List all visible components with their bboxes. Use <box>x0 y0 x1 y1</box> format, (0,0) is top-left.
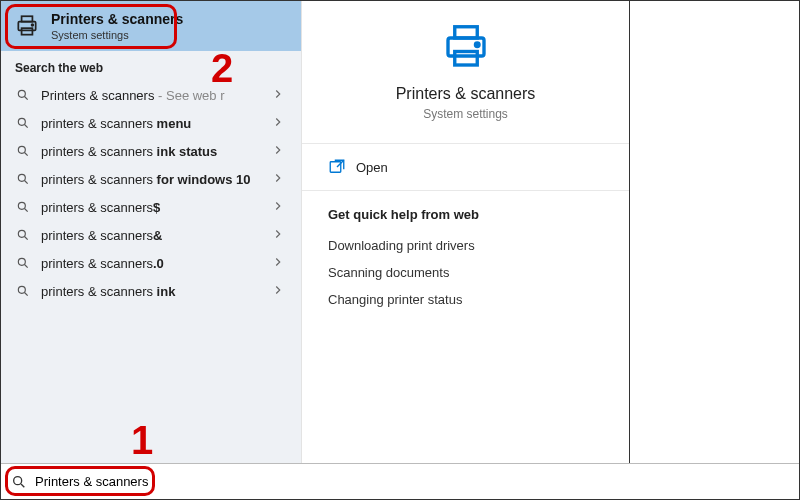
svg-point-25 <box>14 476 22 484</box>
suggestion-text: printers & scanners menu <box>41 116 191 131</box>
svg-line-7 <box>25 125 28 128</box>
search-icon <box>15 143 31 159</box>
detail-title: Printers & scanners <box>396 85 536 103</box>
help-link[interactable]: Scanning documents <box>328 259 603 286</box>
open-icon <box>328 158 346 176</box>
chevron-right-icon <box>271 227 287 243</box>
svg-rect-2 <box>22 28 33 34</box>
svg-line-26 <box>21 484 24 487</box>
detail-header: Printers & scanners System settings <box>302 1 629 144</box>
search-icon <box>15 87 31 103</box>
quick-help-links: Downloading print driversScanning docume… <box>328 232 603 313</box>
suggestion-text: printers & scanners.0 <box>41 256 164 271</box>
web-suggestion-list: Printers & scanners - See web rprinters … <box>1 81 301 305</box>
web-suggestion[interactable]: printers & scanners ink status <box>1 137 301 165</box>
main-area: Printers & scanners System settings Sear… <box>1 1 799 463</box>
blank-area <box>629 1 799 463</box>
svg-point-23 <box>475 43 479 47</box>
help-link[interactable]: Changing printer status <box>328 286 603 313</box>
suggestion-text: printers & scanners$ <box>41 200 160 215</box>
chevron-right-icon <box>271 199 287 215</box>
svg-rect-24 <box>330 162 341 173</box>
svg-line-11 <box>25 181 28 184</box>
svg-line-17 <box>25 265 28 268</box>
quick-help-block: Get quick help from web Downloading prin… <box>302 191 629 329</box>
best-match-labels: Printers & scanners System settings <box>51 11 183 41</box>
svg-point-6 <box>18 118 25 125</box>
web-suggestion[interactable]: printers & scanners for windows 10 <box>1 165 301 193</box>
web-suggestion[interactable]: printers & scanners.0 <box>1 249 301 277</box>
web-suggestion[interactable]: printers & scanners$ <box>1 193 301 221</box>
printer-icon <box>438 19 494 75</box>
search-icon <box>15 227 31 243</box>
chevron-right-icon <box>271 283 287 299</box>
suggestion-text: printers & scanners& <box>41 228 162 243</box>
svg-line-19 <box>25 293 28 296</box>
svg-line-15 <box>25 237 28 240</box>
search-input[interactable] <box>35 474 789 489</box>
chevron-right-icon <box>271 255 287 271</box>
svg-point-14 <box>18 230 25 237</box>
svg-line-9 <box>25 153 28 156</box>
search-window: Printers & scanners System settings Sear… <box>0 0 800 500</box>
search-icon <box>15 171 31 187</box>
web-suggestion[interactable]: printers & scanners menu <box>1 109 301 137</box>
suggestion-text: printers & scanners for windows 10 <box>41 172 251 187</box>
open-action[interactable]: Open <box>302 144 629 191</box>
quick-help-header: Get quick help from web <box>328 207 603 222</box>
suggestion-text: printers & scanners ink <box>41 284 175 299</box>
search-icon <box>15 255 31 271</box>
search-icon <box>15 283 31 299</box>
help-link[interactable]: Downloading print drivers <box>328 232 603 259</box>
chevron-right-icon <box>271 143 287 159</box>
svg-point-3 <box>32 24 34 26</box>
results-pane: Printers & scanners System settings Sear… <box>1 1 301 463</box>
web-suggestion[interactable]: printers & scanners ink <box>1 277 301 305</box>
svg-point-18 <box>18 286 25 293</box>
svg-point-8 <box>18 146 25 153</box>
chevron-right-icon <box>271 171 287 187</box>
search-icon <box>15 199 31 215</box>
best-match-title: Printers & scanners <box>51 11 183 27</box>
suggestion-text: Printers & scanners - See web r <box>41 88 225 103</box>
web-suggestion[interactable]: printers & scanners& <box>1 221 301 249</box>
printer-icon <box>13 12 41 40</box>
best-match-subtitle: System settings <box>51 29 183 41</box>
chevron-right-icon <box>271 87 287 103</box>
svg-point-16 <box>18 258 25 265</box>
svg-rect-22 <box>454 52 477 66</box>
svg-line-13 <box>25 209 28 212</box>
suggestion-text: printers & scanners ink status <box>41 144 217 159</box>
svg-point-10 <box>18 174 25 181</box>
svg-point-4 <box>18 90 25 97</box>
search-icon <box>11 474 27 490</box>
detail-subtitle: System settings <box>423 107 508 121</box>
chevron-right-icon <box>271 115 287 131</box>
open-label: Open <box>356 160 388 175</box>
web-suggestion[interactable]: Printers & scanners - See web r <box>1 81 301 109</box>
svg-point-12 <box>18 202 25 209</box>
detail-pane: Printers & scanners System settings Open… <box>301 1 629 463</box>
search-bar[interactable] <box>1 463 799 499</box>
search-icon <box>15 115 31 131</box>
best-match-item[interactable]: Printers & scanners System settings <box>1 1 301 51</box>
svg-line-5 <box>25 97 28 100</box>
web-section-header: Search the web <box>1 51 301 81</box>
